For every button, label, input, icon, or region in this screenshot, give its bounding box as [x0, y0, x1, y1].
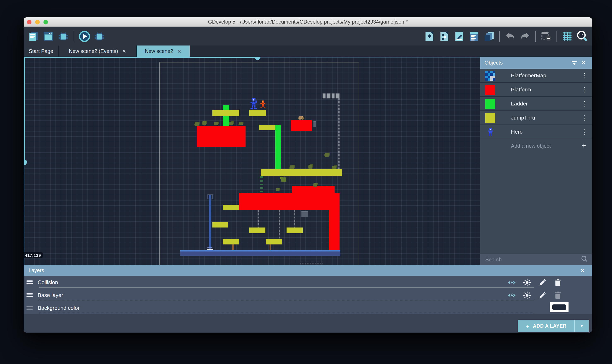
level-grass[interactable]	[229, 122, 233, 125]
layer-row-background-color[interactable]: Background color	[24, 301, 592, 314]
level-grass[interactable]	[313, 183, 317, 187]
level-hero[interactable]	[250, 98, 257, 109]
project-manager-icon[interactable]	[27, 30, 40, 42]
layer-row-collision[interactable]: Collision	[24, 276, 592, 289]
instances-list-icon[interactable]	[468, 30, 480, 42]
object-row-jumpthru[interactable]: JumpThru ⋮	[480, 111, 592, 125]
level-greentrail[interactable]	[260, 176, 263, 192]
background-color-swatch[interactable]	[550, 302, 569, 312]
kebab-menu-icon[interactable]: ⋮	[581, 72, 589, 79]
layers-icon[interactable]	[483, 30, 495, 42]
layer-row-base-layer[interactable]: Base layer	[24, 289, 592, 301]
visibility-eye-icon[interactable]	[507, 291, 516, 300]
tab-start-page[interactable]: Start Page	[24, 46, 59, 57]
level-critter[interactable]	[298, 116, 305, 120]
drag-handle-icon[interactable]	[27, 280, 33, 284]
object-groups-icon[interactable]	[438, 30, 450, 42]
level-jt[interactable]	[249, 110, 266, 116]
level-grass[interactable]	[195, 122, 199, 126]
scene-editor-icon[interactable]	[42, 30, 55, 42]
debug-play-icon[interactable]	[93, 30, 106, 42]
level-jt[interactable]	[266, 239, 282, 245]
level-jt[interactable]	[286, 228, 303, 233]
level-grass[interactable]	[325, 153, 329, 157]
level-grass[interactable]	[203, 121, 206, 125]
object-row-hero[interactable]: Hero ⋮	[480, 125, 592, 139]
close-icon[interactable]: ✕	[122, 49, 126, 53]
edit-pencil-icon[interactable]	[538, 291, 547, 300]
drag-handle-icon[interactable]	[27, 293, 33, 297]
level-jt[interactable]	[212, 222, 228, 228]
level-floor[interactable]	[180, 250, 340, 256]
mask-icon[interactable]	[540, 30, 552, 42]
level-jt[interactable]	[249, 228, 265, 233]
level-chainv[interactable]	[258, 210, 259, 228]
level-grass[interactable]	[276, 188, 280, 191]
selection-edge-left	[24, 57, 25, 162]
grid-icon[interactable]	[561, 30, 573, 42]
level-grass[interactable]	[290, 166, 294, 169]
level-red[interactable]	[197, 126, 245, 147]
level-grass[interactable]	[332, 166, 336, 169]
level-post[interactable]	[270, 245, 271, 250]
object-row-ladder[interactable]: Ladder ⋮	[480, 97, 592, 111]
level-chainh[interactable]	[323, 93, 340, 98]
level-chainv[interactable]	[279, 210, 280, 239]
add-a-layer-button[interactable]: + ADD A LAYER ▼	[518, 320, 589, 332]
level-greenpx[interactable]	[281, 177, 286, 182]
kebab-menu-icon[interactable]: ⋮	[581, 114, 589, 121]
level-pole[interactable]	[207, 195, 212, 250]
zoom-1-1-icon[interactable]: 1:1	[576, 30, 588, 42]
level-red[interactable]	[329, 210, 340, 250]
selection-resize-handle-top[interactable]	[255, 57, 260, 60]
selection-resize-handle-left[interactable]	[24, 159, 27, 165]
level-grass[interactable]	[309, 165, 312, 169]
level-grass[interactable]	[239, 122, 243, 125]
level-jt[interactable]	[259, 125, 275, 130]
redo-icon[interactable]	[519, 30, 531, 42]
object-label: PlatformerMap	[511, 72, 581, 78]
level-chainv[interactable]	[294, 210, 295, 228]
level-ladder[interactable]	[275, 125, 281, 169]
properties-icon[interactable]	[453, 30, 465, 42]
close-icon[interactable]: ✕	[579, 60, 588, 66]
level-jt[interactable]	[261, 169, 342, 176]
kebab-menu-icon[interactable]: ⋮	[581, 86, 589, 93]
edit-pencil-icon[interactable]	[538, 278, 547, 287]
level-jt[interactable]	[223, 205, 239, 210]
object-row-platform[interactable]: Platform ⋮	[480, 83, 592, 97]
tab-new-scene2-events[interactable]: New scene2 (Events) ✕	[59, 46, 137, 57]
add-new-object-button[interactable]: Add a new object +	[480, 139, 592, 153]
level-red[interactable]	[292, 186, 335, 193]
level-enemy[interactable]	[260, 101, 266, 108]
canvas-scrollbar[interactable]	[300, 263, 323, 263]
level-graypx[interactable]	[301, 211, 308, 217]
visibility-eye-icon[interactable]	[507, 278, 516, 287]
add-object-icon[interactable]	[423, 30, 435, 42]
chevron-down-icon[interactable]: ▼	[575, 320, 589, 332]
delete-trash-icon[interactable]	[553, 278, 562, 287]
level-red[interactable]	[239, 193, 340, 210]
level-jt[interactable]	[223, 239, 239, 245]
delete-trash-icon-disabled	[553, 291, 562, 300]
level-post[interactable]	[232, 245, 234, 250]
level-grass[interactable]	[214, 122, 218, 125]
close-icon[interactable]: ✕	[177, 49, 182, 53]
filter-icon[interactable]	[570, 60, 579, 65]
kebab-menu-icon[interactable]: ⋮	[581, 128, 589, 135]
object-row-platformermap[interactable]: PlatformerMap ⋮	[480, 69, 592, 83]
level-chainv[interactable]	[338, 98, 340, 169]
close-icon[interactable]: ✕	[578, 267, 587, 274]
play-icon[interactable]	[78, 30, 91, 42]
effects-icon[interactable]	[523, 278, 532, 287]
level-red[interactable]	[291, 120, 312, 131]
tab-new-scene2[interactable]: New scene2 ✕	[137, 46, 190, 57]
effects-icon[interactable]	[523, 291, 532, 300]
undo-icon[interactable]	[504, 30, 516, 42]
level-graypx[interactable]	[313, 121, 316, 127]
kebab-menu-icon[interactable]: ⋮	[581, 100, 589, 107]
debugger-icon[interactable]	[57, 30, 69, 42]
scene-canvas[interactable]: 417;139	[24, 57, 480, 265]
search-input[interactable]	[484, 256, 581, 263]
level-jt[interactable]	[212, 110, 239, 116]
